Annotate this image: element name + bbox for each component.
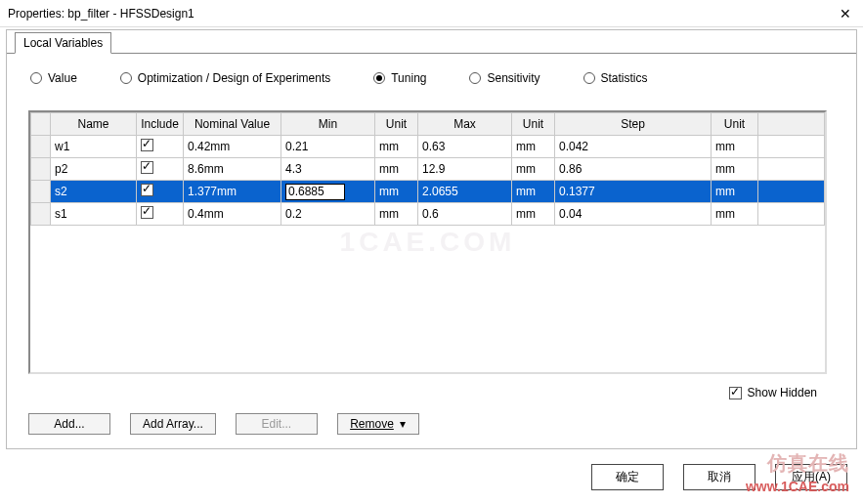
cell-max[interactable]: 0.6 <box>418 203 512 226</box>
cell-max[interactable]: 0.63 <box>418 136 512 158</box>
header-step[interactable]: Step <box>555 113 712 136</box>
cell-nominal[interactable]: 0.4mm <box>184 203 281 226</box>
cell-min[interactable]: 0.6885 <box>281 181 375 203</box>
table-row[interactable]: w10.42mm0.21mm0.63mm0.042mm <box>31 136 825 158</box>
titlebar: Properties: bp_filter - HFSSDesign1 ✕ <box>0 0 863 27</box>
variables-table: Name Include Nominal Value Min Unit Max … <box>30 112 825 226</box>
cell-nominal[interactable]: 0.42mm <box>184 136 281 158</box>
radio-sensitivity[interactable]: Sensitivity <box>469 71 539 85</box>
row-selector[interactable] <box>31 181 51 203</box>
cell-unit1[interactable]: mm <box>375 203 418 226</box>
cell-min[interactable]: 0.2 <box>281 203 375 226</box>
radio-group-mode: Value Optimization / Design of Experimen… <box>7 54 856 97</box>
cell-unit3[interactable]: mm <box>712 181 758 203</box>
cell-editor[interactable]: 0.6885 <box>285 184 345 200</box>
cell-min[interactable]: 0.21 <box>281 136 375 158</box>
header-unit1[interactable]: Unit <box>375 113 418 136</box>
cell-tail <box>758 203 825 226</box>
cell-name[interactable]: p2 <box>51 158 137 181</box>
row-selector[interactable] <box>31 203 51 226</box>
radio-value[interactable]: Value <box>30 71 77 85</box>
add-button[interactable]: Add... <box>28 413 110 435</box>
main-panel: Local Variables Value Optimization / Des… <box>6 29 857 449</box>
cell-unit3[interactable]: mm <box>712 136 758 158</box>
header-min[interactable]: Min <box>281 113 375 136</box>
cell-include[interactable] <box>137 203 184 226</box>
radio-dot-icon <box>373 72 385 84</box>
cell-step[interactable]: 0.042 <box>555 136 712 158</box>
cell-min[interactable]: 4.3 <box>281 158 375 181</box>
show-hidden-label: Show Hidden <box>748 386 817 399</box>
cell-unit2[interactable]: mm <box>512 136 555 158</box>
checkbox-icon <box>141 184 153 196</box>
row-selector[interactable] <box>31 136 51 158</box>
close-icon[interactable]: ✕ <box>836 6 855 21</box>
header-name[interactable]: Name <box>51 113 137 136</box>
cell-max[interactable]: 2.0655 <box>418 181 512 203</box>
cell-unit2[interactable]: mm <box>512 203 555 226</box>
radio-tuning[interactable]: Tuning <box>373 71 426 85</box>
radio-label: Sensitivity <box>487 71 539 85</box>
cell-unit1[interactable]: mm <box>375 181 418 203</box>
table-row[interactable]: s21.377mm0.6885mm2.0655mm0.1377mm <box>31 181 825 203</box>
cell-name[interactable]: s2 <box>51 181 137 203</box>
radio-label: Value <box>48 71 77 85</box>
header-nominal[interactable]: Nominal Value <box>184 113 281 136</box>
cell-tail <box>758 136 825 158</box>
row-selector[interactable] <box>31 158 51 181</box>
show-hidden-checkbox[interactable]: Show Hidden <box>729 386 817 399</box>
radio-design[interactable]: Optimization / Design of Experiments <box>120 71 330 85</box>
radio-dot-icon <box>583 72 595 84</box>
table-header-row: Name Include Nominal Value Min Unit Max … <box>31 113 825 136</box>
radio-dot-icon <box>469 72 481 84</box>
grid-buttons: Add... Add Array... Edit... Remove ▾ <box>28 413 419 435</box>
cell-unit3[interactable]: mm <box>712 158 758 181</box>
variables-grid[interactable]: 1CAE.COM Name Include Nominal Value Min … <box>28 110 827 374</box>
cell-step[interactable]: 0.1377 <box>555 181 712 203</box>
radio-label: Optimization / Design of Experiments <box>138 71 330 85</box>
tabstrip: Local Variables <box>7 28 856 54</box>
cell-unit1[interactable]: mm <box>375 136 418 158</box>
cell-max[interactable]: 12.9 <box>418 158 512 181</box>
table-row[interactable]: p28.6mm4.3mm12.9mm0.86mm <box>31 158 825 181</box>
header-tail <box>758 113 825 136</box>
window-title: Properties: bp_filter - HFSSDesign1 <box>8 7 194 21</box>
cell-tail <box>758 158 825 181</box>
header-unit2[interactable]: Unit <box>512 113 555 136</box>
tab-local-variables[interactable]: Local Variables <box>15 32 111 54</box>
cell-tail <box>758 181 825 203</box>
cell-nominal[interactable]: 1.377mm <box>184 181 281 203</box>
cell-step[interactable]: 0.86 <box>555 158 712 181</box>
cell-include[interactable] <box>137 136 184 158</box>
watermark-center: 1CAE.COM <box>340 227 516 258</box>
cell-include[interactable] <box>137 181 184 203</box>
cell-include[interactable] <box>137 158 184 181</box>
radio-dot-icon <box>120 72 132 84</box>
add-array-button[interactable]: Add Array... <box>130 413 216 435</box>
table-row[interactable]: s10.4mm0.2mm0.6mm0.04mm <box>31 203 825 226</box>
ok-button[interactable]: 确定 <box>591 464 664 490</box>
header-unit3[interactable]: Unit <box>712 113 758 136</box>
cell-unit2[interactable]: mm <box>512 158 555 181</box>
watermark-url: www.1CAE.com <box>746 479 849 494</box>
checkbox-icon <box>729 387 742 399</box>
checkbox-icon <box>141 206 153 219</box>
radio-dot-icon <box>30 72 42 84</box>
checkbox-icon <box>141 139 153 151</box>
checkbox-icon <box>141 161 153 174</box>
watermark-brand: 仿真在线 <box>767 450 849 477</box>
cell-step[interactable]: 0.04 <box>555 203 712 226</box>
radio-statistics[interactable]: Statistics <box>583 71 648 85</box>
header-include[interactable]: Include <box>137 113 184 136</box>
cell-name[interactable]: w1 <box>51 136 137 158</box>
header-max[interactable]: Max <box>418 113 512 136</box>
cell-nominal[interactable]: 8.6mm <box>184 158 281 181</box>
cell-unit2[interactable]: mm <box>512 181 555 203</box>
remove-label: Remove <box>350 417 394 431</box>
cell-name[interactable]: s1 <box>51 203 137 226</box>
cancel-button[interactable]: 取消 <box>683 464 755 490</box>
cell-unit1[interactable]: mm <box>375 158 418 181</box>
cell-unit3[interactable]: mm <box>712 203 758 226</box>
remove-button[interactable]: Remove ▾ <box>337 413 419 435</box>
edit-button: Edit... <box>236 413 318 435</box>
